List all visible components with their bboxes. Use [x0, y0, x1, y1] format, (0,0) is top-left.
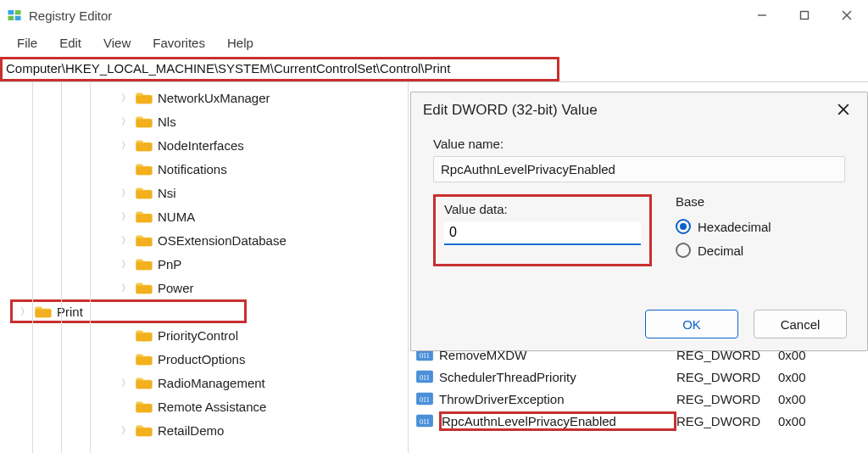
value-data-highlight: Value data:	[433, 194, 652, 266]
chevron-right-icon: 〉	[119, 115, 132, 128]
tree-item-osextensiondatabase[interactable]: 〉OSExtensionDatabase	[17, 228, 408, 252]
radio-decimal[interactable]: Decimal	[676, 243, 845, 258]
window-title: Registry Editor	[29, 8, 112, 23]
value-name: RpcAuthnLevelPrivacyEnabled	[439, 411, 676, 431]
folder-icon	[136, 115, 153, 128]
tree-item-radiomanagement[interactable]: 〉RadioManagement	[17, 371, 408, 394]
value-type: REG_DWORD	[676, 370, 778, 384]
value-type: REG_DWORD	[676, 414, 778, 428]
window-controls	[741, 0, 868, 31]
close-button[interactable]	[826, 0, 868, 31]
dword-icon: 011	[415, 369, 434, 384]
value-name-field[interactable]: RpcAuthnLevelPrivacyEnabled	[433, 156, 845, 182]
chevron-right-icon: 〉	[119, 187, 132, 199]
tree-panel[interactable]: 〉NetworkUxManager〉Nls〉NodeInterfaces〉Not…	[0, 82, 409, 453]
menu-favorites[interactable]: Favorites	[142, 34, 215, 52]
svg-rect-2	[8, 16, 14, 20]
list-row[interactable]: 011RpcAuthnLevelPrivacyEnabledREG_DWORD0…	[409, 410, 868, 432]
tree-item-numa[interactable]: 〉NUMA	[17, 204, 408, 228]
svg-rect-5	[801, 12, 809, 20]
tree-item-power[interactable]: 〉Power	[17, 276, 408, 299]
chevron-right-icon: 〉	[119, 258, 132, 271]
menubar: File Edit View Favorites Help	[0, 31, 868, 57]
minimize-button[interactable]	[741, 0, 783, 31]
tree-item-label: RetailDemo	[158, 423, 224, 438]
folder-icon	[136, 138, 153, 152]
value-data-input[interactable]	[444, 221, 641, 245]
tree-item-productoptions[interactable]: 〉ProductOptions	[17, 347, 408, 371]
chevron-right-icon: 〉	[18, 305, 31, 318]
tree-item-nsi[interactable]: 〉Nsi	[17, 181, 408, 204]
chevron-right-icon: 〉	[119, 377, 132, 389]
dword-icon: 011	[415, 413, 434, 428]
folder-icon	[136, 186, 153, 199]
label-value-data: Value data:	[444, 202, 641, 216]
addressbar-highlight: Computer\HKEY_LOCAL_MACHINE\SYSTEM\Curre…	[0, 57, 559, 81]
label-value-name: Value name:	[433, 137, 845, 151]
tree-item-networkuxmanager[interactable]: 〉NetworkUxManager	[17, 86, 408, 109]
maximize-button[interactable]	[783, 0, 826, 31]
value-data: 0x00	[778, 370, 806, 384]
svg-text:011: 011	[420, 396, 430, 404]
tree-item-remote-assistance[interactable]: 〉Remote Assistance	[17, 394, 408, 418]
folder-icon	[136, 281, 153, 294]
tree-item-retaildemo[interactable]: 〉RetailDemo	[17, 418, 408, 442]
chevron-right-icon: 〉	[119, 234, 132, 247]
tree-item-prioritycontrol[interactable]: 〉PriorityControl	[17, 323, 408, 347]
tree-item-pnp[interactable]: 〉PnP	[17, 252, 408, 276]
tree-item-print[interactable]: 〉Print	[10, 299, 247, 323]
tree-item-nodeinterfaces[interactable]: 〉NodeInterfaces	[17, 133, 408, 157]
tree-item-label: NodeInterfaces	[158, 138, 244, 153]
folder-icon	[136, 328, 153, 342]
folder-icon	[136, 376, 153, 389]
tree-item-label: Nls	[158, 115, 176, 129]
radio-hex-icon	[676, 219, 691, 234]
tree-item-label: Power	[158, 281, 194, 295]
ok-button[interactable]: OK	[645, 310, 738, 338]
radio-dec-icon	[676, 243, 691, 258]
cancel-button[interactable]: Cancel	[754, 310, 847, 338]
base-group: Base Hexadecimal Decimal	[676, 194, 845, 266]
chevron-right-icon: 〉	[119, 210, 132, 223]
svg-rect-0	[8, 10, 14, 14]
menu-help[interactable]: Help	[217, 34, 264, 52]
folder-icon	[136, 91, 153, 104]
list-row[interactable]: 011SchedulerThreadPriorityREG_DWORD0x00	[409, 366, 868, 388]
dialog-titlebar: Edit DWORD (32-bit) Value	[411, 92, 867, 128]
edit-dword-dialog: Edit DWORD (32-bit) Value Value name: Rp…	[410, 92, 868, 351]
tree-item-label: NUMA	[158, 210, 195, 224]
folder-icon	[136, 210, 153, 223]
radio-hex-label: Hexadecimal	[698, 220, 771, 234]
radio-hexadecimal[interactable]: Hexadecimal	[676, 219, 845, 234]
svg-rect-1	[15, 10, 21, 14]
regedit-icon	[7, 8, 22, 23]
value-type: REG_DWORD	[676, 392, 778, 406]
chevron-right-icon: 〉	[119, 282, 132, 294]
tree-item-label: RadioManagement	[158, 376, 265, 390]
titlebar: Registry Editor	[0, 0, 868, 31]
svg-rect-3	[15, 16, 21, 20]
folder-icon	[35, 305, 52, 318]
tree-item-notifications[interactable]: 〉Notifications	[17, 157, 408, 181]
svg-text:011: 011	[420, 374, 430, 382]
menu-file[interactable]: File	[7, 34, 47, 52]
svg-text:011: 011	[420, 418, 430, 426]
folder-icon	[136, 423, 153, 437]
menu-view[interactable]: View	[93, 34, 141, 52]
tree-item-nls[interactable]: 〉Nls	[17, 109, 408, 133]
folder-icon	[136, 257, 153, 271]
label-base: Base	[676, 194, 845, 209]
dialog-title: Edit DWORD (32-bit) Value	[423, 102, 598, 119]
tree-item-label: PriorityControl	[158, 328, 238, 343]
tree-item-label: ProductOptions	[158, 352, 245, 366]
tree-item-label: PnP	[158, 257, 181, 271]
list-row[interactable]: 011ThrowDriverExceptionREG_DWORD0x00	[409, 388, 868, 410]
tree-item-label: NetworkUxManager	[158, 91, 270, 105]
chevron-right-icon: 〉	[119, 92, 132, 104]
addressbar[interactable]: Computer\HKEY_LOCAL_MACHINE\SYSTEM\Curre…	[6, 61, 552, 76]
dialog-close-button[interactable]	[832, 102, 855, 120]
chevron-right-icon: 〉	[119, 424, 132, 437]
value-data: 0x00	[778, 392, 806, 406]
menu-edit[interactable]: Edit	[49, 34, 92, 52]
tree-item-label: Notifications	[158, 162, 227, 176]
